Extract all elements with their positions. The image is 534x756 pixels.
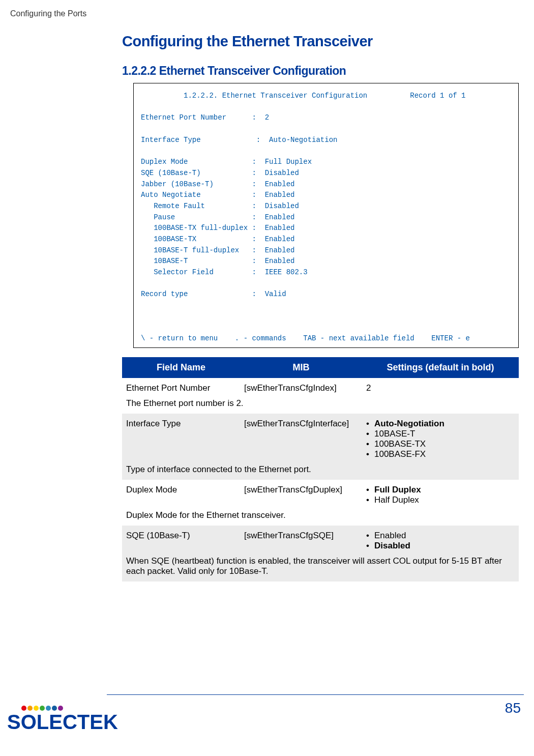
page-footer: SOLECTEK 85	[5, 690, 524, 736]
description-cell: The Ethernet port number is 2.	[122, 396, 519, 414]
field-name-cell: Duplex Mode	[122, 480, 240, 508]
mib-cell: [swEtherTransCfgInterface]	[240, 414, 362, 462]
footer-rule	[107, 694, 524, 695]
mib-cell: [swEtherTransCfgDuplex]	[240, 480, 362, 508]
settings-cell: •Enabled•Disabled	[362, 526, 519, 554]
settings-cell: •Full Duplex•Half Duplex	[362, 480, 519, 508]
settings-cell: 2	[362, 378, 519, 396]
logo-text: SOLECTEK	[7, 711, 118, 734]
heading-1: Configuring the Ethernet Transceiver	[122, 33, 519, 50]
field-name-cell: Interface Type	[122, 414, 240, 462]
col-header-settings: Settings (default in bold)	[362, 357, 519, 378]
breadcrumb: Configuring the Ports	[10, 9, 86, 18]
field-name-cell: Ethernet Port Number	[122, 378, 240, 396]
col-header-field: Field Name	[122, 357, 240, 378]
col-header-mib: MIB	[240, 357, 362, 378]
mib-cell: [swEtherTransCfgSQE]	[240, 526, 362, 554]
logo-dots-icon	[21, 706, 118, 711]
settings-cell: •Auto-Negotiation•10BASE-T•100BASE-TX•10…	[362, 414, 519, 462]
field-name-cell: SQE (10Base-T)	[122, 526, 240, 554]
mib-cell: [swEtherTransCfgIndex]	[240, 378, 362, 396]
field-table: Field Name MIB Settings (default in bold…	[122, 357, 519, 581]
logo: SOLECTEK	[7, 706, 118, 734]
page-number: 85	[505, 700, 521, 716]
heading-2: 1.2.2.2 Ethernet Transceiver Configurati…	[122, 64, 519, 78]
description-cell: Type of interface connected to the Ether…	[122, 462, 519, 480]
terminal-output: 1.2.2.2. Ethernet Transceiver Configurat…	[133, 83, 519, 348]
description-cell: When SQE (heartbeat) function is enabled…	[122, 554, 519, 581]
description-cell: Duplex Mode for the Ethernet transceiver…	[122, 508, 519, 526]
main-content: Configuring the Ethernet Transceiver 1.2…	[122, 33, 519, 581]
